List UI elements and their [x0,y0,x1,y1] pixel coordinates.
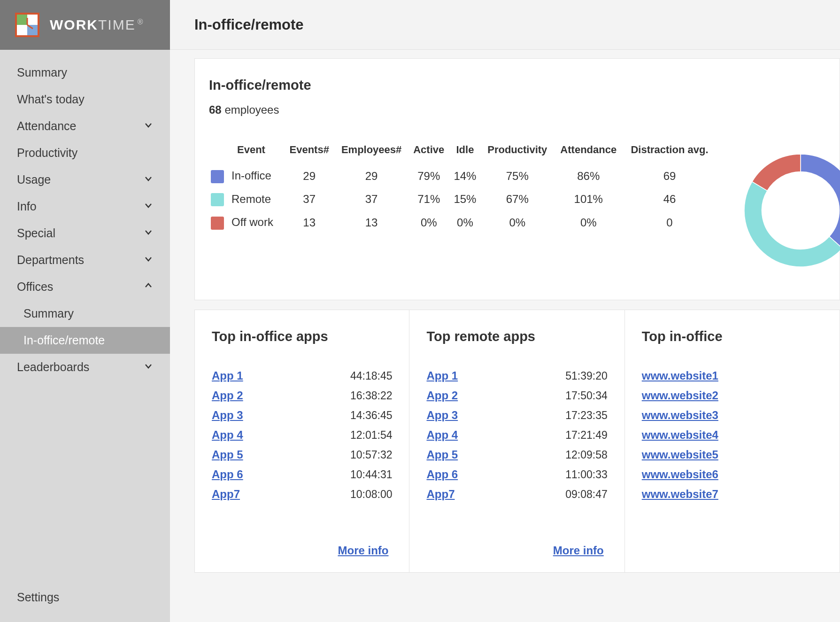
nav-item-label: Productivity [17,146,77,160]
nav-item-usage[interactable]: Usage [0,166,170,193]
nav-item-label: Leaderboards [17,360,89,374]
table-cell: 67% [481,188,554,211]
list-item: App 144:18:45 [212,366,392,386]
card-title: Top in-office apps [212,329,392,344]
app-link[interactable]: App 5 [212,448,243,461]
donut-slice [801,154,840,249]
nav-item-what-s-today[interactable]: What's today [0,86,170,113]
app-link[interactable]: App 6 [212,468,243,481]
nav-subitem-in-office-remote[interactable]: In-office/remote [0,327,170,354]
app-time: 10:08:00 [350,488,393,501]
table-cell: 0% [481,211,554,234]
table-cell: 75% [481,164,554,188]
table-header: Employees# [335,140,408,164]
list-item: App 510:57:32 [212,445,392,465]
nav-item-special[interactable]: Special [0,220,170,247]
summary-panel: In-office/remote 68 employees EventEvent… [194,58,840,300]
app-link[interactable]: App7 [426,488,455,501]
app-link[interactable]: App 2 [426,389,458,402]
table-header: Events# [284,140,335,164]
app-link[interactable]: App7 [212,488,240,501]
list-item: App 151:39:20 [426,366,607,386]
donut-chart [716,140,840,281]
app-link[interactable]: App 2 [212,389,243,402]
event-cell: In-office [209,164,284,188]
table-row: Off work13130%0%0%0%0 [209,211,716,234]
chevron-down-icon [144,361,153,373]
app-link[interactable]: www.website5 [642,448,718,461]
app-link[interactable]: www.website3 [642,409,718,422]
app-link[interactable]: App 4 [426,428,458,442]
table-cell: 29 [284,164,335,188]
svg-rect-2 [17,15,27,25]
chevron-down-icon [144,201,153,213]
nav-item-label: Usage [17,173,51,187]
content: In-office/remote 68 employees EventEvent… [170,50,840,622]
app-time: 12:01:54 [350,429,393,442]
app-link[interactable]: www.website2 [642,389,718,402]
nav-item-info[interactable]: Info [0,193,170,220]
chevron-down-icon [144,227,153,240]
legend-swatch [211,193,224,206]
app-time: 51:39:20 [565,370,608,382]
page-title: In-office/remote [194,16,304,33]
nav-settings[interactable]: Settings [0,584,170,611]
app-link[interactable]: App 6 [426,468,458,481]
more-info-link[interactable]: More info [338,544,388,557]
app-link[interactable]: App 3 [212,409,243,422]
list-item: App 610:44:31 [212,465,392,484]
table-cell: 37 [284,188,335,211]
top-apps-card: Top in-officewww.website1www.website2www… [625,310,840,573]
app-link[interactable]: www.website1 [642,369,718,382]
top-apps-card: Top in-office appsApp 144:18:45App 216:3… [194,310,409,573]
nav-item-label: Special [17,226,55,240]
table-cell: 69 [623,164,716,188]
card-title: Top in-office [642,329,823,344]
app-time: 12:09:58 [565,449,608,461]
list-item: App709:08:47 [426,484,607,504]
top-apps-card: Top remote appsApp 151:39:20App 217:50:3… [409,310,624,573]
event-cell: Remote [209,188,284,211]
nav-item-attendance[interactable]: Attendance [0,113,170,140]
donut-slice [744,182,840,267]
list-item: App 217:50:34 [426,386,607,405]
app-link[interactable]: www.website7 [642,488,718,501]
app-link[interactable]: App 1 [426,369,458,382]
nav-item-productivity[interactable]: Productivity [0,140,170,166]
table-cell: 86% [554,164,623,188]
legend-swatch [211,170,224,183]
summary-panel-title: In-office/remote [209,78,825,93]
nav-item-departments[interactable]: Departments [0,247,170,273]
app-link[interactable]: App 5 [426,448,458,461]
more-info-link[interactable]: More info [553,544,604,557]
nav-item-offices[interactable]: Offices [0,273,170,300]
app-time: 16:38:22 [350,389,393,402]
list-item: www.website3 [642,405,823,425]
table-cell: 13 [335,211,408,234]
nav-item-label: Departments [17,253,84,267]
app-link[interactable]: App 4 [212,428,243,442]
nav-item-summary[interactable]: Summary [0,59,170,86]
app-link[interactable]: App 3 [426,409,458,422]
table-cell: 71% [408,188,449,211]
table-header: Attendance [554,140,623,164]
employee-count-line: 68 employees [209,103,825,117]
table-cell: 0% [554,211,623,234]
chevron-down-icon [144,254,153,266]
app-time: 17:50:34 [565,389,608,402]
app-link[interactable]: App 1 [212,369,243,382]
table-header: Idle [449,140,481,164]
brand-logo-icon [13,11,41,39]
table-cell: 0% [449,211,481,234]
app-link[interactable]: www.website6 [642,468,718,481]
event-cell: Off work [209,211,284,234]
table-header: Productivity [481,140,554,164]
list-item: www.website2 [642,386,823,405]
nav-subitem-summary[interactable]: Summary [0,300,170,327]
table-cell: 13 [284,211,335,234]
table-cell: 29 [335,164,408,188]
app-link[interactable]: www.website4 [642,428,718,442]
table-header: Distraction avg. [623,140,716,164]
sidebar: WORKTIME® SummaryWhat's todayAttendanceP… [0,0,170,622]
nav-item-leaderboards[interactable]: Leaderboards [0,354,170,381]
